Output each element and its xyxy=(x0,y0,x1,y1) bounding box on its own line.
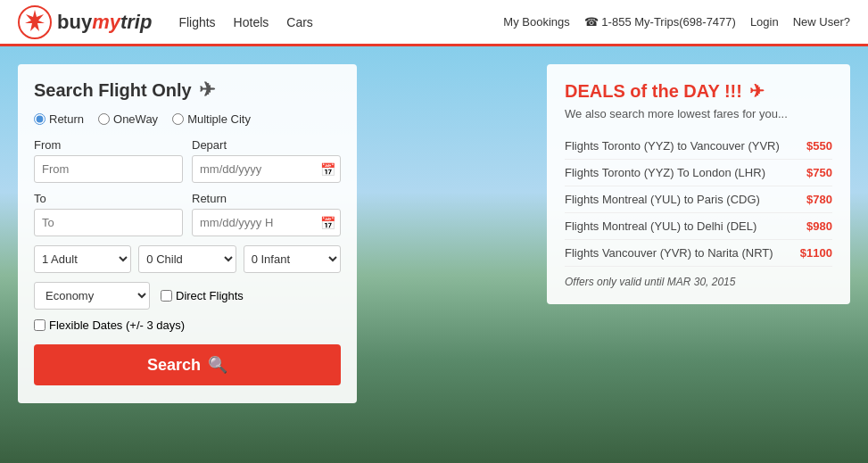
deal-route-5: Flights Vancouver (YVR) to Narita (NRT) xyxy=(565,246,773,260)
plane-icon: ✈ xyxy=(199,79,215,102)
trip-type-multiple[interactable]: Multiple City xyxy=(172,112,251,126)
search-magnifier-icon: 🔍 xyxy=(208,355,227,375)
deal-route-1: Flights Toronto (YYZ) to Vancouver (YVR) xyxy=(565,139,780,153)
deals-plane-icon: ✈ xyxy=(749,80,765,102)
return-date-wrap: 📅 xyxy=(192,209,341,236)
return-input[interactable] xyxy=(192,209,341,236)
deal-price-5: $1100 xyxy=(800,246,832,260)
depart-date-wrap: 📅 xyxy=(192,155,341,183)
deals-title: DEALS of the DAY !!! ✈ xyxy=(565,80,832,102)
deal-item-1[interactable]: Flights Toronto (YYZ) to Vancouver (YVR)… xyxy=(565,133,832,160)
flexible-dates-row: Flexible Dates (+/- 3 days) xyxy=(34,318,341,332)
from-label: From xyxy=(34,138,183,152)
trip-type-row: Return OneWay Multiple City xyxy=(34,112,341,126)
logo[interactable]: buymytrip xyxy=(18,5,152,39)
nav-cars[interactable]: Cars xyxy=(286,15,313,29)
deal-route-2: Flights Toronto (YYZ) To London (LHR) xyxy=(565,166,765,179)
login-link[interactable]: Login xyxy=(750,15,779,29)
deals-panel: DEALS of the DAY !!! ✈ We also search mo… xyxy=(547,64,850,304)
trip-type-oneway[interactable]: OneWay xyxy=(98,112,158,126)
search-button[interactable]: Search 🔍 xyxy=(34,344,341,385)
return-calendar-icon[interactable]: 📅 xyxy=(320,216,335,230)
flexible-dates-label[interactable]: Flexible Dates (+/- 3 days) xyxy=(34,318,341,332)
infant-select[interactable]: 0 Infant 1 Infant 2 Infants xyxy=(244,245,341,273)
nav-flights[interactable]: Flights xyxy=(178,15,215,29)
depart-input[interactable] xyxy=(192,155,341,183)
passenger-row: 1 Adult 2 Adults 3 Adults 0 Child 1 Chil… xyxy=(34,245,341,273)
depart-calendar-icon[interactable]: 📅 xyxy=(320,162,335,177)
search-panel: Search Flight Only ✈ Return OneWay Multi… xyxy=(18,64,357,403)
deal-item-5[interactable]: Flights Vancouver (YVR) to Narita (NRT) … xyxy=(565,240,832,267)
flexible-dates-checkbox[interactable] xyxy=(34,319,45,331)
new-user-link[interactable]: New User? xyxy=(793,15,850,29)
header: buymytrip Flights Hotels Cars My Booking… xyxy=(0,0,868,46)
deal-item-4[interactable]: Flights Montreal (YUL) to Delhi (DEL) $9… xyxy=(565,213,832,240)
depart-label: Depart xyxy=(192,138,341,152)
to-return-row: To Return 📅 xyxy=(34,192,341,236)
logo-icon xyxy=(18,5,52,39)
deal-price-4: $980 xyxy=(806,219,832,233)
deal-price-3: $780 xyxy=(806,193,832,206)
child-select[interactable]: 0 Child 1 Child 2 Children xyxy=(138,245,236,273)
depart-group: Depart 📅 xyxy=(192,138,341,183)
return-group: Return 📅 xyxy=(192,192,341,236)
trip-type-return[interactable]: Return xyxy=(34,112,84,126)
deal-route-4: Flights Montreal (YUL) to Delhi (DEL) xyxy=(565,219,756,233)
return-label: Return xyxy=(192,192,341,205)
from-group: From xyxy=(34,138,183,183)
deal-price-1: $550 xyxy=(806,139,832,153)
deal-item-2[interactable]: Flights Toronto (YYZ) To London (LHR) $7… xyxy=(565,160,832,186)
options-row: Economy Business First Class Direct Flig… xyxy=(34,282,341,310)
logo-text: buymytrip xyxy=(57,11,152,34)
deal-item-3[interactable]: Flights Montreal (YUL) to Paris (CDG) $7… xyxy=(565,186,832,213)
hero-section: Search Flight Only ✈ Return OneWay Multi… xyxy=(0,46,868,463)
adults-select[interactable]: 1 Adult 2 Adults 3 Adults xyxy=(34,245,131,273)
to-group: To xyxy=(34,192,183,236)
header-right: My Bookings ☎ 1-855 My-Trips(698-7477) L… xyxy=(503,15,850,29)
search-title: Search Flight Only ✈ xyxy=(34,79,341,102)
direct-flights-checkbox[interactable] xyxy=(161,290,172,302)
class-select[interactable]: Economy Business First Class xyxy=(34,282,150,310)
phone-number: ☎ 1-855 My-Trips(698-7477) xyxy=(584,15,736,29)
from-input[interactable] xyxy=(34,155,183,183)
my-bookings-link[interactable]: My Bookings xyxy=(503,15,569,29)
nav-hotels[interactable]: Hotels xyxy=(234,15,269,29)
to-input[interactable] xyxy=(34,209,183,236)
main-nav: Flights Hotels Cars xyxy=(178,15,503,29)
direct-flights-label[interactable]: Direct Flights xyxy=(161,289,244,302)
deal-price-2: $750 xyxy=(806,166,832,179)
to-label: To xyxy=(34,192,183,205)
deal-route-3: Flights Montreal (YUL) to Paris (CDG) xyxy=(565,193,760,206)
deals-subtitle: We also search more lowest fares for you… xyxy=(565,107,832,120)
from-depart-row: From Depart 📅 xyxy=(34,138,341,183)
deals-validity: Offers only valid until MAR 30, 2015 xyxy=(565,276,832,288)
